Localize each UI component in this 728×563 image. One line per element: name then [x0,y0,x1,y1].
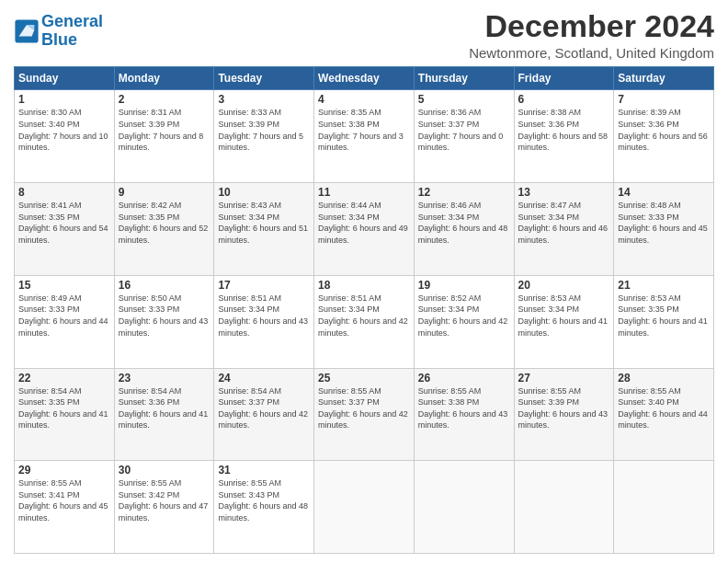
day-header-tuesday: Tuesday [214,67,314,90]
calendar-table: SundayMondayTuesdayWednesdayThursdayFrid… [14,66,714,554]
day-info: Sunrise: 8:48 AMSunset: 3:33 PMDaylight:… [618,200,710,246]
day-info: Sunrise: 8:36 AMSunset: 3:37 PMDaylight:… [418,107,510,153]
main-title: December 2024 [469,9,714,43]
day-info: Sunrise: 8:55 AMSunset: 3:38 PMDaylight:… [418,385,510,431]
calendar-cell: 26Sunrise: 8:55 AMSunset: 3:38 PMDayligh… [414,368,514,461]
day-number: 19 [418,279,510,292]
day-info: Sunrise: 8:54 AMSunset: 3:37 PMDaylight:… [218,385,310,431]
day-info: Sunrise: 8:51 AMSunset: 3:34 PMDaylight:… [218,293,310,339]
day-number: 3 [218,93,310,106]
logo-text: General Blue [41,13,103,50]
calendar-cell: 13Sunrise: 8:47 AMSunset: 3:34 PMDayligh… [514,183,614,276]
day-number: 8 [18,186,110,199]
day-info: Sunrise: 8:47 AMSunset: 3:34 PMDaylight:… [518,200,610,246]
day-number: 20 [518,279,610,292]
calendar-cell: 14Sunrise: 8:48 AMSunset: 3:33 PMDayligh… [614,183,714,276]
calendar-week-row: 22Sunrise: 8:54 AMSunset: 3:35 PMDayligh… [15,368,714,461]
day-info: Sunrise: 8:35 AMSunset: 3:38 PMDaylight:… [318,107,410,153]
page: General Blue December 2024 Newtonmore, S… [0,0,728,563]
day-info: Sunrise: 8:55 AMSunset: 3:43 PMDaylight:… [218,477,310,523]
day-info: Sunrise: 8:33 AMSunset: 3:39 PMDaylight:… [218,107,310,153]
calendar-cell: 8Sunrise: 8:41 AMSunset: 3:35 PMDaylight… [15,183,115,276]
day-number: 12 [418,186,510,199]
day-info: Sunrise: 8:55 AMSunset: 3:42 PMDaylight:… [119,477,210,523]
subtitle: Newtonmore, Scotland, United Kingdom [469,45,714,61]
calendar-cell: 28Sunrise: 8:55 AMSunset: 3:40 PMDayligh… [614,368,714,461]
day-number: 5 [418,93,510,106]
calendar-cell: 3Sunrise: 8:33 AMSunset: 3:39 PMDaylight… [214,90,314,183]
header: General Blue December 2024 Newtonmore, S… [14,9,714,61]
logo-line2: Blue [41,30,77,49]
day-header-saturday: Saturday [614,67,714,90]
day-number: 10 [218,186,310,199]
calendar-cell: 30Sunrise: 8:55 AMSunset: 3:42 PMDayligh… [114,461,214,554]
day-number: 23 [119,372,210,385]
calendar-week-row: 29Sunrise: 8:55 AMSunset: 3:41 PMDayligh… [15,461,714,554]
calendar-cell: 15Sunrise: 8:49 AMSunset: 3:33 PMDayligh… [15,275,115,368]
calendar-cell: 24Sunrise: 8:54 AMSunset: 3:37 PMDayligh… [214,368,314,461]
calendar-cell: 29Sunrise: 8:55 AMSunset: 3:41 PMDayligh… [15,461,115,554]
calendar-cell: 9Sunrise: 8:42 AMSunset: 3:35 PMDaylight… [114,183,214,276]
day-info: Sunrise: 8:38 AMSunset: 3:36 PMDaylight:… [518,107,610,153]
day-number: 26 [418,372,510,385]
calendar-cell: 7Sunrise: 8:39 AMSunset: 3:36 PMDaylight… [614,90,714,183]
day-info: Sunrise: 8:41 AMSunset: 3:35 PMDaylight:… [18,200,110,246]
day-number: 17 [218,279,310,292]
calendar-cell [414,461,514,554]
day-number: 15 [18,279,110,292]
day-info: Sunrise: 8:30 AMSunset: 3:40 PMDaylight:… [18,107,110,153]
day-number: 2 [119,93,210,106]
logo: General Blue [14,13,103,50]
day-info: Sunrise: 8:52 AMSunset: 3:34 PMDaylight:… [418,293,510,339]
day-number: 16 [119,279,210,292]
day-info: Sunrise: 8:44 AMSunset: 3:34 PMDaylight:… [318,200,410,246]
day-number: 29 [18,464,110,477]
day-number: 22 [18,372,110,385]
day-number: 27 [518,372,610,385]
calendar-cell: 2Sunrise: 8:31 AMSunset: 3:39 PMDaylight… [114,90,214,183]
calendar-cell [514,461,614,554]
day-info: Sunrise: 8:49 AMSunset: 3:33 PMDaylight:… [18,293,110,339]
day-number: 24 [218,372,310,385]
calendar-cell: 19Sunrise: 8:52 AMSunset: 3:34 PMDayligh… [414,275,514,368]
calendar-cell: 1Sunrise: 8:30 AMSunset: 3:40 PMDaylight… [15,90,115,183]
day-number: 1 [18,93,110,106]
day-info: Sunrise: 8:54 AMSunset: 3:35 PMDaylight:… [18,385,110,431]
day-number: 7 [618,93,710,106]
day-info: Sunrise: 8:55 AMSunset: 3:39 PMDaylight:… [518,385,610,431]
day-number: 28 [618,372,710,385]
day-info: Sunrise: 8:55 AMSunset: 3:40 PMDaylight:… [618,385,710,431]
day-number: 9 [119,186,210,199]
day-number: 11 [318,186,410,199]
logo-line1: General [41,12,103,30]
day-info: Sunrise: 8:53 AMSunset: 3:35 PMDaylight:… [618,293,710,339]
day-info: Sunrise: 8:39 AMSunset: 3:36 PMDaylight:… [618,107,710,153]
day-number: 25 [318,372,410,385]
day-info: Sunrise: 8:55 AMSunset: 3:41 PMDaylight:… [18,477,110,523]
calendar-cell: 10Sunrise: 8:43 AMSunset: 3:34 PMDayligh… [214,183,314,276]
day-number: 31 [218,464,310,477]
day-header-thursday: Thursday [414,67,514,90]
day-number: 18 [318,279,410,292]
calendar-cell: 4Sunrise: 8:35 AMSunset: 3:38 PMDaylight… [314,90,415,183]
day-info: Sunrise: 8:54 AMSunset: 3:36 PMDaylight:… [119,385,210,431]
calendar-cell [614,461,714,554]
day-number: 6 [518,93,610,106]
calendar-cell: 22Sunrise: 8:54 AMSunset: 3:35 PMDayligh… [15,368,115,461]
day-number: 13 [518,186,610,199]
day-info: Sunrise: 8:46 AMSunset: 3:34 PMDaylight:… [418,200,510,246]
day-info: Sunrise: 8:43 AMSunset: 3:34 PMDaylight:… [218,200,310,246]
calendar-cell [314,461,415,554]
calendar-cell: 5Sunrise: 8:36 AMSunset: 3:37 PMDaylight… [414,90,514,183]
day-number: 4 [318,93,410,106]
logo-icon [14,18,40,44]
day-info: Sunrise: 8:42 AMSunset: 3:35 PMDaylight:… [119,200,210,246]
calendar-cell: 6Sunrise: 8:38 AMSunset: 3:36 PMDaylight… [514,90,614,183]
calendar-week-row: 15Sunrise: 8:49 AMSunset: 3:33 PMDayligh… [15,275,714,368]
day-info: Sunrise: 8:53 AMSunset: 3:34 PMDaylight:… [518,293,610,339]
calendar-cell: 25Sunrise: 8:55 AMSunset: 3:37 PMDayligh… [314,368,415,461]
title-section: December 2024 Newtonmore, Scotland, Unit… [469,9,714,61]
day-header-monday: Monday [114,67,214,90]
calendar-header-row: SundayMondayTuesdayWednesdayThursdayFrid… [15,67,714,90]
day-info: Sunrise: 8:55 AMSunset: 3:37 PMDaylight:… [318,385,410,431]
